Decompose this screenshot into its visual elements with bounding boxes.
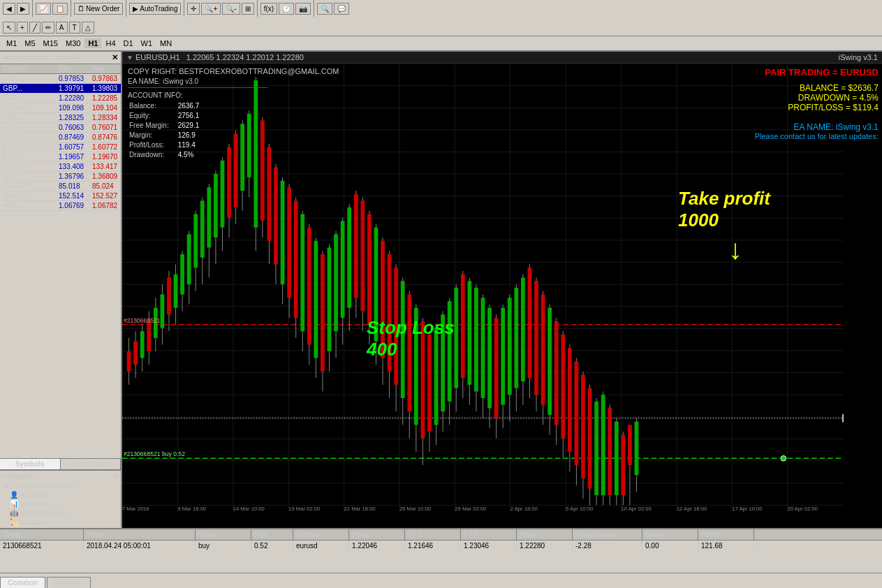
new-chart-btn[interactable]: 📈 [36, 3, 51, 15]
svg-rect-85 [287, 187, 291, 297]
svg-rect-163 [547, 308, 552, 415]
sym-row-gbp[interactable]: GBP... 1.39791 1.39803 [0, 84, 121, 94]
svg-rect-121 [407, 295, 411, 412]
svg-rect-131 [441, 314, 445, 411]
sym-ask: 1.06782 [91, 202, 121, 210]
arrow-left-btn[interactable]: ◀ [3, 3, 15, 15]
order-swap: 0.00 [642, 541, 698, 551]
nav-scripts[interactable]: 📜 Scripts [1, 517, 119, 527]
screenshot-btn[interactable]: 📷 [295, 3, 311, 15]
sym-bid: 109.098 [57, 104, 91, 112]
sym-ask: 152.527 [91, 192, 121, 200]
indicators-btn[interactable]: f(x) [260, 3, 277, 15]
svg-rect-95 [321, 254, 325, 372]
sym-row-usd[interactable]: USD... 0.97853 0.97863 [0, 74, 121, 84]
sep5 [257, 0, 258, 17]
zoom-in-btn[interactable]: 🔍+ [201, 3, 221, 15]
svg-rect-59 [200, 200, 205, 257]
svg-rect-51 [174, 274, 178, 308]
tf-h4[interactable]: H4 [102, 38, 119, 48]
tab-tick-chart[interactable]: Tick Chart [61, 459, 122, 469]
nav-indicators[interactable]: 📊 Indicators [1, 499, 119, 508]
svg-rect-103 [347, 207, 351, 308]
tf-m15[interactable]: M15 [40, 38, 61, 48]
tf-w1[interactable]: W1 [138, 38, 156, 48]
sym-row-cadjpy[interactable]: CADJPY 85.018 85.024 [0, 182, 121, 191]
svg-text:7 Mar 2018: 7 Mar 2018 [122, 506, 149, 512]
nav-expert-advisors[interactable]: 🤖 Expert Advisors [1, 508, 119, 517]
chat-btn[interactable]: 💬 [334, 3, 349, 15]
arrow-right-btn[interactable]: ▶ [17, 3, 29, 15]
text2-btn[interactable]: T [69, 22, 80, 34]
svg-rect-63 [214, 174, 218, 237]
text-btn[interactable]: A [56, 22, 68, 34]
nav-accounts[interactable]: 👤 Accounts [1, 490, 119, 499]
new-order-btn[interactable]: 🗒 New Order [74, 3, 123, 15]
svg-rect-185 [621, 435, 625, 495]
svg-rect-93 [314, 241, 318, 358]
fit-btn[interactable]: ⊞ [242, 3, 254, 15]
sym-bid: 152.514 [57, 192, 91, 200]
tf-m30[interactable]: M30 [62, 38, 84, 48]
svg-text:29 Mar 02:00: 29 Mar 02:00 [455, 506, 486, 512]
chart-header: ▼ EURUSD,H1 1.22065 1.22324 1.22012 1.22… [122, 52, 882, 64]
tf-mn[interactable]: MN [156, 38, 175, 48]
autotrading-btn[interactable]: ▶ AutoTrading [129, 3, 181, 15]
tf-h1[interactable]: H1 [84, 38, 101, 48]
order-row[interactable]: 2130668521 2018.04.24 05:00:01 buy 0.52 … [0, 541, 882, 551]
svg-text:20 Apr 02:00: 20 Apr 02:00 [788, 506, 818, 512]
nav-fxopen[interactable]: 🖥 FXOpen MetaTrader [1, 481, 119, 490]
tf-m1[interactable]: M1 [3, 38, 20, 48]
sym-row-aud[interactable]: AUD... 0.76063 0.76071 [0, 123, 121, 133]
sym-bid: 1.39791 [57, 84, 91, 92]
crosshair-btn[interactable]: ✛ [187, 3, 200, 15]
col-type: Type [196, 529, 251, 540]
cursor-btn[interactable]: ↖ [3, 22, 15, 34]
sym-row-eur[interactable]: EUR... 1.22280 1.22285 [0, 94, 121, 103]
chart-area[interactable]: ▼ EURUSD,H1 1.22065 1.22324 1.22012 1.22… [122, 52, 882, 528]
template-btn[interactable]: 📋 [52, 3, 68, 15]
crosshair2-btn[interactable]: + [17, 22, 28, 34]
svg-rect-171 [575, 361, 579, 465]
sym-ask: 133.417 [91, 163, 121, 170]
sep3 [126, 0, 126, 17]
sym-ask: 85.024 [91, 182, 121, 190]
nav-accounts-icon: 👤 [10, 491, 18, 499]
sym-row-eur3[interactable]: EUR... 1.60757 1.60772 [0, 142, 121, 152]
sym-row-gbpjpy[interactable]: GBPJPY 152.514 152.527 [0, 191, 121, 201]
autotrading-label: AutoTrading [140, 5, 177, 13]
order-type: buy [196, 541, 251, 551]
navigator-header: Navigator ✕ [1, 472, 119, 480]
sym-row-eurjpy[interactable]: EURJPY 133.408 133.417 [0, 162, 121, 172]
svg-text:5 Apr 10:00: 5 Apr 10:00 [566, 506, 593, 512]
sym-row-usdjpy[interactable]: USDJPY 109.098 109.104 [0, 103, 121, 113]
tf-d1[interactable]: D1 [120, 38, 137, 48]
shapes-btn[interactable]: △ [82, 22, 94, 34]
svg-rect-177 [594, 402, 598, 495]
tab-common[interactable]: Common [0, 577, 45, 588]
chart-canvas[interactable]: 1.24825 1.24665 1.24500 1.24340 1.24180 … [122, 64, 882, 524]
iswing-version: iSwing v3.1 [839, 53, 878, 61]
sym-row-gbp2[interactable]: GBP... 1.36796 1.36809 [0, 172, 121, 182]
tf-m5[interactable]: M5 [21, 38, 38, 48]
tab-favorites[interactable]: Favorites [47, 577, 91, 588]
order-id: 2130668521 [0, 541, 84, 551]
navigator-close[interactable]: ✕ [114, 472, 119, 480]
zoom-out-btn[interactable]: 🔍- [222, 3, 240, 15]
sym-row-eur2[interactable]: EUR... 0.87469 0.87476 [0, 133, 121, 142]
line-btn[interactable]: ╱ [29, 22, 41, 34]
sym-row-eur4[interactable]: EUR... 1.19657 1.19670 [0, 152, 121, 162]
sym-row-usd2[interactable]: USD... 1.28325 1.28334 [0, 113, 121, 123]
search-btn[interactable]: 🔍 [317, 3, 332, 15]
col-price-cur: Price [517, 529, 573, 540]
nav-indicators-icon: 📊 [10, 500, 18, 508]
sym-ask: 1.60772 [91, 143, 121, 151]
pen-btn[interactable]: ✏ [42, 22, 54, 34]
sym-row-aud2[interactable]: AUD... 1.06769 1.06782 [0, 201, 121, 211]
clock-btn[interactable]: 🕐 [279, 3, 294, 15]
tab-symbols[interactable]: Symbols [0, 459, 61, 469]
main-layout: Market Watch: 16:54:45 ✕ Symbol Bid Ask … [0, 52, 882, 528]
market-watch-close[interactable]: ✕ [112, 53, 118, 62]
sym-bid: 1.28325 [57, 114, 91, 122]
col-sl: S / L [405, 529, 461, 540]
